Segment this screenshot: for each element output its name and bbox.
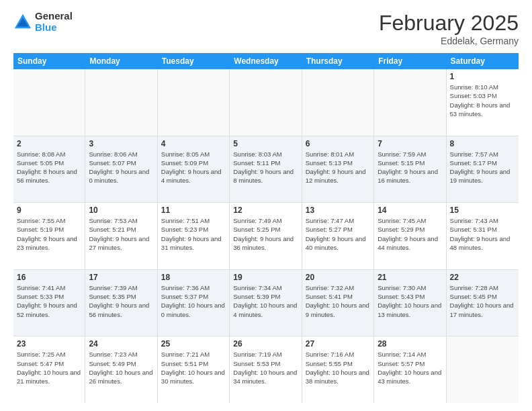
empty-cell <box>374 69 446 136</box>
title-block: February 2025 Eddelak, Germany <box>379 11 519 46</box>
day-cell-18: 18Sunrise: 7:36 AM Sunset: 5:37 PM Dayli… <box>158 270 230 336</box>
day-info: Sunrise: 7:25 AM Sunset: 5:47 PM Dayligh… <box>17 350 81 385</box>
empty-cell <box>230 69 302 136</box>
logo-general: General <box>35 11 73 22</box>
day-number: 21 <box>378 273 442 282</box>
day-number: 26 <box>233 339 298 349</box>
day-cell-4: 4Sunrise: 8:05 AM Sunset: 5:09 PM Daylig… <box>158 136 230 203</box>
day-number: 18 <box>161 273 226 282</box>
empty-cell <box>13 69 85 136</box>
day-cell-3: 3Sunrise: 8:06 AM Sunset: 5:07 PM Daylig… <box>85 136 157 203</box>
day-cell-12: 12Sunrise: 7:49 AM Sunset: 5:25 PM Dayli… <box>230 203 302 269</box>
location: Eddelak, Germany <box>379 36 519 46</box>
day-info: Sunrise: 8:01 AM Sunset: 5:13 PM Dayligh… <box>306 150 370 185</box>
day-number: 22 <box>450 273 515 282</box>
day-number: 24 <box>89 339 153 349</box>
calendar-row-4: 23Sunrise: 7:25 AM Sunset: 5:47 PM Dayli… <box>13 336 519 403</box>
weekday-thursday: Thursday <box>302 53 374 69</box>
day-number: 8 <box>450 139 515 148</box>
day-cell-14: 14Sunrise: 7:45 AM Sunset: 5:29 PM Dayli… <box>374 203 446 269</box>
day-info: Sunrise: 7:30 AM Sunset: 5:43 PM Dayligh… <box>378 283 442 319</box>
calendar-page: General Blue February 2025 Eddelak, Germ… <box>0 0 532 411</box>
day-info: Sunrise: 7:41 AM Sunset: 5:33 PM Dayligh… <box>17 283 81 319</box>
calendar: Sunday Monday Tuesday Wednesday Thursday… <box>13 53 519 403</box>
weekday-monday: Monday <box>85 53 157 69</box>
day-number: 2 <box>17 139 81 148</box>
day-number: 12 <box>233 205 298 215</box>
day-cell-22: 22Sunrise: 7:28 AM Sunset: 5:45 PM Dayli… <box>447 270 519 336</box>
day-info: Sunrise: 7:49 AM Sunset: 5:25 PM Dayligh… <box>233 216 298 252</box>
day-number: 14 <box>378 205 442 215</box>
weekday-saturday: Saturday <box>447 53 519 69</box>
weekday-sunday: Sunday <box>13 53 85 69</box>
day-info: Sunrise: 8:10 AM Sunset: 5:03 PM Dayligh… <box>450 83 515 118</box>
day-cell-25: 25Sunrise: 7:21 AM Sunset: 5:51 PM Dayli… <box>158 336 230 403</box>
day-number: 28 <box>378 339 442 349</box>
day-number: 15 <box>450 205 515 215</box>
day-number: 6 <box>306 139 370 148</box>
month-title: February 2025 <box>379 11 519 36</box>
day-number: 13 <box>306 205 370 215</box>
day-number: 25 <box>161 339 226 349</box>
empty-cell <box>85 69 157 136</box>
day-number: 10 <box>89 205 153 215</box>
day-info: Sunrise: 7:47 AM Sunset: 5:27 PM Dayligh… <box>306 216 370 252</box>
day-cell-27: 27Sunrise: 7:16 AM Sunset: 5:55 PM Dayli… <box>302 336 374 403</box>
day-cell-7: 7Sunrise: 7:59 AM Sunset: 5:15 PM Daylig… <box>374 136 446 203</box>
day-cell-2: 2Sunrise: 8:08 AM Sunset: 5:05 PM Daylig… <box>13 136 85 203</box>
day-cell-16: 16Sunrise: 7:41 AM Sunset: 5:33 PM Dayli… <box>13 270 85 336</box>
day-number: 9 <box>17 205 81 215</box>
weekday-friday: Friday <box>374 53 446 69</box>
empty-cell <box>158 69 230 136</box>
day-cell-6: 6Sunrise: 8:01 AM Sunset: 5:13 PM Daylig… <box>302 136 374 203</box>
weekday-tuesday: Tuesday <box>158 53 230 69</box>
day-info: Sunrise: 7:23 AM Sunset: 5:49 PM Dayligh… <box>89 350 153 385</box>
day-info: Sunrise: 7:16 AM Sunset: 5:55 PM Dayligh… <box>306 350 370 385</box>
day-cell-10: 10Sunrise: 7:53 AM Sunset: 5:21 PM Dayli… <box>85 203 157 269</box>
empty-cell <box>447 336 519 403</box>
day-cell-24: 24Sunrise: 7:23 AM Sunset: 5:49 PM Dayli… <box>85 336 157 403</box>
day-info: Sunrise: 7:14 AM Sunset: 5:57 PM Dayligh… <box>378 350 442 385</box>
day-info: Sunrise: 8:03 AM Sunset: 5:11 PM Dayligh… <box>233 150 298 185</box>
page-header: General Blue February 2025 Eddelak, Germ… <box>13 11 519 46</box>
day-number: 7 <box>378 139 442 148</box>
day-number: 27 <box>306 339 370 349</box>
day-cell-23: 23Sunrise: 7:25 AM Sunset: 5:47 PM Dayli… <box>13 336 85 403</box>
day-number: 20 <box>306 273 370 282</box>
day-info: Sunrise: 7:57 AM Sunset: 5:17 PM Dayligh… <box>450 150 515 185</box>
empty-cell <box>302 69 374 136</box>
day-info: Sunrise: 7:19 AM Sunset: 5:53 PM Dayligh… <box>233 350 298 385</box>
day-info: Sunrise: 7:43 AM Sunset: 5:31 PM Dayligh… <box>450 216 515 252</box>
day-cell-9: 9Sunrise: 7:55 AM Sunset: 5:19 PM Daylig… <box>13 203 85 269</box>
day-cell-20: 20Sunrise: 7:32 AM Sunset: 5:41 PM Dayli… <box>302 270 374 336</box>
logo-icon <box>13 13 32 32</box>
day-cell-15: 15Sunrise: 7:43 AM Sunset: 5:31 PM Dayli… <box>447 203 519 269</box>
weekday-wednesday: Wednesday <box>230 53 302 69</box>
calendar-row-1: 2Sunrise: 8:08 AM Sunset: 5:05 PM Daylig… <box>13 136 519 203</box>
day-cell-11: 11Sunrise: 7:51 AM Sunset: 5:23 PM Dayli… <box>158 203 230 269</box>
day-cell-13: 13Sunrise: 7:47 AM Sunset: 5:27 PM Dayli… <box>302 203 374 269</box>
day-number: 4 <box>161 139 226 148</box>
day-info: Sunrise: 7:39 AM Sunset: 5:35 PM Dayligh… <box>89 283 153 319</box>
day-info: Sunrise: 7:28 AM Sunset: 5:45 PM Dayligh… <box>450 283 515 319</box>
day-number: 23 <box>17 339 81 349</box>
day-cell-17: 17Sunrise: 7:39 AM Sunset: 5:35 PM Dayli… <box>85 270 157 336</box>
day-info: Sunrise: 7:36 AM Sunset: 5:37 PM Dayligh… <box>161 283 226 319</box>
day-info: Sunrise: 7:32 AM Sunset: 5:41 PM Dayligh… <box>306 283 370 319</box>
calendar-row-2: 9Sunrise: 7:55 AM Sunset: 5:19 PM Daylig… <box>13 203 519 270</box>
day-cell-8: 8Sunrise: 7:57 AM Sunset: 5:17 PM Daylig… <box>447 136 519 203</box>
day-number: 5 <box>233 139 298 148</box>
day-info: Sunrise: 8:08 AM Sunset: 5:05 PM Dayligh… <box>17 150 81 185</box>
day-cell-5: 5Sunrise: 8:03 AM Sunset: 5:11 PM Daylig… <box>230 136 302 203</box>
day-cell-1: 1Sunrise: 8:10 AM Sunset: 5:03 PM Daylig… <box>447 69 519 136</box>
day-number: 16 <box>17 273 81 282</box>
calendar-row-0: 1Sunrise: 8:10 AM Sunset: 5:03 PM Daylig… <box>13 69 519 136</box>
day-info: Sunrise: 7:53 AM Sunset: 5:21 PM Dayligh… <box>89 216 153 252</box>
day-info: Sunrise: 8:05 AM Sunset: 5:09 PM Dayligh… <box>161 150 226 185</box>
day-cell-28: 28Sunrise: 7:14 AM Sunset: 5:57 PM Dayli… <box>374 336 446 403</box>
calendar-header: Sunday Monday Tuesday Wednesday Thursday… <box>13 53 519 69</box>
logo: General Blue <box>13 11 73 33</box>
day-info: Sunrise: 7:21 AM Sunset: 5:51 PM Dayligh… <box>161 350 226 385</box>
day-info: Sunrise: 7:59 AM Sunset: 5:15 PM Dayligh… <box>378 150 442 185</box>
logo-blue: Blue <box>35 22 73 34</box>
